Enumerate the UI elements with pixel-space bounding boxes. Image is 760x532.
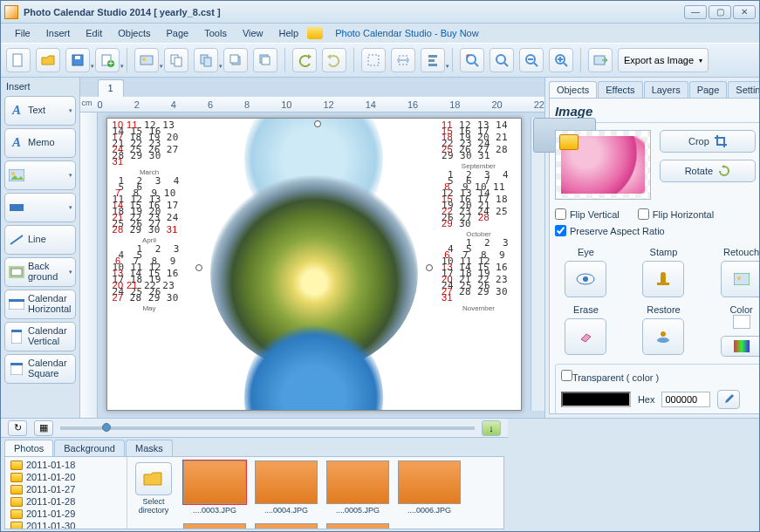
bottom-tab-photos[interactable]: Photos xyxy=(4,440,53,456)
folder-item[interactable]: 2011-01-29 xyxy=(5,508,127,520)
insert-memo-button[interactable]: AMemo xyxy=(4,128,76,158)
insert-calendar-vertical-button[interactable]: Calendar Vertical xyxy=(4,322,76,351)
svg-text:+: + xyxy=(108,58,113,67)
minimize-button[interactable]: — xyxy=(684,5,707,19)
color-swatch-1[interactable] xyxy=(733,315,750,329)
thumbnail-item[interactable]: ....0003.JPG xyxy=(183,460,246,515)
add-page-button[interactable]: + xyxy=(95,48,120,72)
export-icon-button[interactable] xyxy=(588,48,613,72)
color-icon xyxy=(734,340,750,352)
bottom-tab-background[interactable]: Background xyxy=(54,440,125,456)
thumbnail-item[interactable]: ....0004.JPG xyxy=(255,460,318,515)
svg-point-50 xyxy=(661,272,666,277)
menu-file[interactable]: File xyxy=(8,26,38,40)
copy-button[interactable] xyxy=(164,48,188,72)
restore-tool-button[interactable] xyxy=(642,318,684,355)
folder-item[interactable]: 2011-01-20 xyxy=(5,471,127,483)
folder-item[interactable]: 2011-01-27 xyxy=(5,483,127,495)
transparent-color-swatch[interactable] xyxy=(561,392,631,407)
tab-page[interactable]: Page xyxy=(689,81,728,98)
thumbnail-item[interactable]: ....0009.JPG xyxy=(255,523,318,529)
send-back-button[interactable] xyxy=(253,48,277,72)
undo-button[interactable] xyxy=(292,48,317,72)
zoom-actual-button[interactable] xyxy=(490,48,514,72)
tab-effects[interactable]: Effects xyxy=(598,81,642,98)
svg-point-7 xyxy=(142,58,146,61)
text-icon: A xyxy=(9,103,24,119)
svg-rect-45 xyxy=(10,363,23,365)
image-thumbnail[interactable] xyxy=(555,130,651,200)
thumb-apply-button[interactable]: ↓ xyxy=(482,420,501,436)
open-button[interactable] xyxy=(36,48,60,72)
svg-rect-20 xyxy=(428,59,435,62)
crop-button[interactable]: Crop xyxy=(660,130,756,153)
retouch-tool-button[interactable] xyxy=(721,261,760,297)
svg-rect-15 xyxy=(262,57,270,65)
zoom-out-button[interactable] xyxy=(519,48,544,72)
menu-tools[interactable]: Tools xyxy=(197,26,234,40)
thumb-view-button[interactable]: ▦ xyxy=(34,420,53,436)
page-tab-1[interactable]: 1 xyxy=(98,79,124,97)
tab-layers[interactable]: Layers xyxy=(644,81,688,98)
erase-tool-button[interactable] xyxy=(565,318,606,355)
canvas-scrollbar[interactable] xyxy=(531,118,544,411)
duplicate-button[interactable] xyxy=(194,48,218,72)
thumbnail-item[interactable]: ....0008.JPG xyxy=(183,523,246,529)
canvas-page[interactable]: 10 11 12 13 14 15 1617 18 19 20 21 22 23… xyxy=(106,118,522,411)
image-button[interactable] xyxy=(134,48,159,72)
menu-help[interactable]: Help xyxy=(272,26,306,40)
thumbnail-item[interactable]: ....0006.JPG xyxy=(398,460,461,515)
align-button[interactable] xyxy=(421,48,445,72)
select-directory-button[interactable] xyxy=(135,462,172,495)
thumb-refresh-button[interactable]: ↻ xyxy=(8,420,27,436)
zoom-in-button[interactable] xyxy=(549,48,573,72)
stamp-tool-button[interactable] xyxy=(642,261,684,297)
redo-button[interactable] xyxy=(322,48,346,72)
bottom-tab-masks[interactable]: Masks xyxy=(126,440,173,456)
transparent-checkbox[interactable]: Transparent ( color ) xyxy=(561,370,760,383)
export-as-image-button[interactable]: Export as Image▾ xyxy=(618,48,709,72)
insert-image-button[interactable] xyxy=(4,160,76,190)
flip-vertical-checkbox[interactable]: Flip Vertical xyxy=(555,208,620,220)
zoom-fit-button[interactable] xyxy=(460,48,484,72)
titlebar: Photo Calendar Studio 2014 [ yearly_8.cs… xyxy=(1,1,759,24)
close-button[interactable]: ✕ xyxy=(733,5,756,19)
eyedropper-button[interactable] xyxy=(717,390,740,409)
insert-shape-button[interactable] xyxy=(4,193,76,222)
insert-line-button[interactable]: Line xyxy=(4,225,76,255)
eye-tool-button[interactable] xyxy=(565,261,606,297)
preserve-aspect-checkbox[interactable]: Preserve Aspect Ratio xyxy=(555,225,665,236)
save-button[interactable] xyxy=(65,48,90,72)
folder-item[interactable]: 2011-01-30 xyxy=(5,520,127,529)
menu-buy-now[interactable]: Photo Calendar Studio - Buy Now xyxy=(328,26,485,40)
bring-front-button[interactable] xyxy=(223,48,248,72)
flip-horizontal-checkbox[interactable]: Flip Horizontal xyxy=(638,208,714,220)
rotate-button[interactable]: Rotate xyxy=(660,160,756,182)
maximize-button[interactable]: ▢ xyxy=(709,5,731,19)
select-button[interactable] xyxy=(361,48,386,72)
thumbnail-item[interactable]: ....0010.JPG xyxy=(326,523,389,529)
menu-edit[interactable]: Edit xyxy=(79,26,109,40)
retouch-icon xyxy=(734,273,750,285)
color-tool-button[interactable] xyxy=(721,336,760,357)
thumb-zoom-slider[interactable] xyxy=(60,426,475,430)
insert-calendar-horizontal-button[interactable]: Calendar Horizontal xyxy=(4,290,76,319)
menu-view[interactable]: View xyxy=(236,26,270,40)
svg-rect-11 xyxy=(204,58,211,66)
insert-text-button[interactable]: AText xyxy=(4,96,76,126)
folder-item[interactable]: 2011-01-18 xyxy=(5,459,127,471)
hex-input[interactable] xyxy=(661,392,710,407)
tab-objects[interactable]: Objects xyxy=(549,81,597,98)
folder-item[interactable]: 2011-01-28 xyxy=(5,495,127,508)
thumbnail-item[interactable]: ....0005.JPG xyxy=(326,460,389,515)
menu-objects[interactable]: Objects xyxy=(111,26,157,40)
insert-calendar-square-button[interactable]: Calendar Square xyxy=(4,354,76,384)
selected-image[interactable] xyxy=(199,124,429,405)
crop-tool-button[interactable] xyxy=(391,48,415,72)
tab-settings[interactable]: Settings xyxy=(728,81,760,98)
menu-insert[interactable]: Insert xyxy=(39,26,78,40)
insert-background-button[interactable]: Back ground xyxy=(4,257,76,287)
window-title: Photo Calendar Studio 2014 [ yearly_8.cs… xyxy=(24,7,684,17)
menu-page[interactable]: Page xyxy=(160,26,196,40)
new-button[interactable] xyxy=(6,48,31,72)
